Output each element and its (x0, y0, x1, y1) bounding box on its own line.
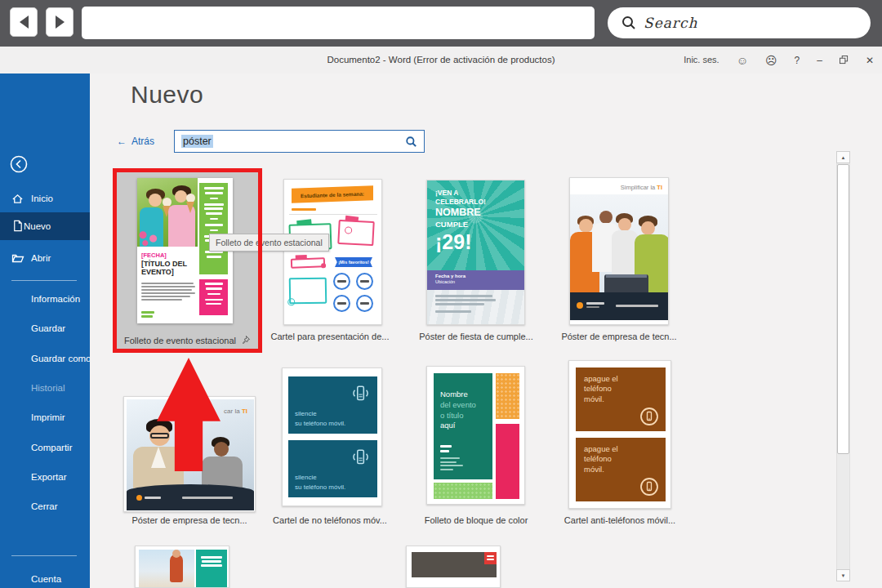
poster-line: silencie (295, 410, 317, 417)
home-icon (11, 192, 24, 205)
sidebar-item-nuevo-selected[interactable]: Nuevo (0, 212, 90, 240)
template-caption[interactable]: Cartel para presentación de... (261, 332, 399, 341)
frown-feedback-icon[interactable]: ☹ (765, 55, 777, 66)
page-title: Nuevo (131, 81, 203, 109)
sidebar-item-imprimir[interactable]: Imprimir (31, 412, 65, 422)
people-photo-placeholder: car la TI (127, 399, 254, 510)
poster-line: apague el (584, 374, 666, 384)
search-label: Search (644, 15, 697, 31)
address-bar-input[interactable] (82, 7, 595, 39)
people-photo-placeholder (570, 194, 669, 292)
text-lines-placeholder (199, 183, 228, 274)
new-document-icon (11, 220, 24, 234)
sidebar-divider (11, 555, 77, 556)
pink-block (496, 424, 519, 499)
sidebar-item-label: Abrir (31, 253, 51, 263)
sidebar-item-cuenta[interactable]: Cuenta (31, 574, 61, 584)
sidebar-item-historial[interactable]: Historial (31, 383, 65, 393)
orange-banner: Estudiante de la semana: (292, 185, 373, 203)
poster-line: CUMPLE (435, 220, 524, 229)
sign-in-button[interactable]: Inic. ses. (684, 56, 719, 65)
sidebar-item-label: Inicio (31, 194, 53, 203)
teal-text-block (196, 550, 227, 588)
sidebar-item-informacion[interactable]: Información (31, 294, 80, 304)
template-card-partial-1[interactable] (135, 546, 229, 588)
restore-window-button[interactable] (840, 56, 849, 65)
template-card-folleto-evento[interactable]: [FECHA] [TÍTULO DEL EVENTO] (117, 172, 258, 350)
poster-line: teléfono (584, 384, 666, 394)
headline-accent: TI (242, 408, 247, 415)
minimize-button[interactable]: – (817, 56, 822, 65)
scrollbar-thumb[interactable] (837, 164, 849, 454)
template-caption[interactable]: Folleto de bloque de color (407, 515, 546, 525)
template-card-no-telefonos[interactable]: silencie su teléfono móvil. silencie su … (282, 368, 382, 506)
template-caption[interactable]: Póster de empresa de tecn... (550, 332, 688, 341)
template-caption[interactable]: Póster de fiesta de cumple... (407, 332, 546, 341)
text-lines-placeholder (141, 283, 195, 301)
template-card-empresa-tecnologia-2[interactable]: car la TI (123, 396, 256, 512)
poster-line: móvil. (584, 394, 666, 404)
sidebar-item-label: Nuevo (24, 221, 51, 231)
sidebar-item-guardar-como[interactable]: Guardar como (31, 354, 91, 363)
browser-forward-button[interactable] (46, 7, 74, 37)
poster-line: del evento (440, 400, 492, 411)
scrollbar-down-button[interactable]: ▼ (836, 569, 850, 581)
sidebar-item-cerrar[interactable]: Cerrar (31, 501, 58, 511)
poster-line: teléfono (584, 454, 666, 464)
phone-circle-icon (639, 477, 659, 497)
poster-line: NOMBRE (435, 207, 524, 220)
browser-toolbar: Search (0, 0, 882, 48)
poster-footer-band (570, 292, 669, 320)
light-green-block (434, 483, 492, 499)
text-line-placeholder (292, 208, 316, 211)
backstage-back-icon[interactable] (10, 155, 28, 173)
poster-footer (427, 290, 524, 325)
browser-back-button[interactable] (10, 7, 38, 37)
template-search-input[interactable]: póster (174, 130, 425, 153)
poster-line: su teléfono móvil. (295, 483, 345, 491)
template-card-cartel-presentacion[interactable]: Estudiante de la semana: ¡Mis favoritos! (283, 179, 382, 325)
browser-search-box[interactable]: Search (608, 7, 871, 38)
poster-line: ¡VEN A (435, 189, 524, 198)
poster-fecha: Fecha y hora (435, 274, 524, 278)
phone-icon (350, 447, 371, 468)
template-card-anti-telefonos[interactable]: apague el teléfono móvil. apague el telé… (568, 360, 671, 509)
phone-icon (350, 383, 371, 404)
template-titulo-text: [TÍTULO DEL EVENTO] (141, 260, 195, 277)
poster-headline: Simplificar la TI (621, 184, 662, 191)
sidebar-item-compartir[interactable]: Compartir (31, 443, 72, 452)
sidebar-item-guardar[interactable]: Guardar (31, 323, 65, 333)
sidebar-item-abrir[interactable]: Abrir (0, 247, 90, 269)
poster-line: o título (440, 411, 492, 421)
screenshot-root: Search Documento2 - Word (Error de activ… (0, 0, 882, 588)
sidebar-divider (11, 280, 77, 281)
template-card-partial-2[interactable] (406, 546, 501, 588)
template-caption[interactable]: Póster de empresa de tecn... (120, 515, 259, 525)
atras-label: Atrás (131, 136, 154, 147)
search-submit-icon[interactable] (405, 136, 417, 148)
sidebar-item-exportar[interactable]: Exportar (31, 472, 66, 482)
silence-phone-block: silencie su teléfono móvil. (288, 440, 377, 497)
back-triangle-icon (20, 16, 29, 29)
sidebar-item-inicio[interactable]: Inicio (0, 188, 90, 209)
poster-line: aquí (440, 421, 492, 431)
template-card-poster-cumple[interactable]: ¡VEN A CELEBRARLO! NOMBRE CUMPLE ¡29! Fe… (426, 180, 525, 325)
template-tooltip: Folleto de evento estacional (209, 234, 329, 252)
atras-back-link[interactable]: ← Atrás (117, 136, 154, 147)
down-arrow-icon: ▼ (841, 573, 846, 578)
kids-photo-placeholder (137, 178, 198, 247)
scrollbar-up-button[interactable]: ▲ (836, 151, 850, 163)
template-card-bloque-color[interactable]: Nombre del evento o título aquí (426, 366, 525, 505)
search-icon (621, 15, 637, 31)
template-caption[interactable]: Cartel anti-teléfonos móvil... (550, 515, 689, 525)
smiley-feedback-icon[interactable]: ☺ (737, 55, 748, 66)
help-button[interactable]: ? (795, 56, 800, 65)
doodle-frame-pink-small (291, 257, 325, 268)
poster-headline: car la TI (224, 408, 247, 415)
template-caption[interactable]: Cartel de no teléfonos móv... (261, 515, 399, 525)
template-card-empresa-tecnologia[interactable]: Simplificar la TI (569, 177, 669, 325)
starburst-background: ¡VEN A CELEBRARLO! NOMBRE CUMPLE ¡29! (427, 180, 524, 270)
close-button[interactable]: ✕ (866, 56, 874, 65)
pin-icon[interactable] (240, 335, 251, 345)
dark-bar-placeholder (412, 552, 497, 577)
